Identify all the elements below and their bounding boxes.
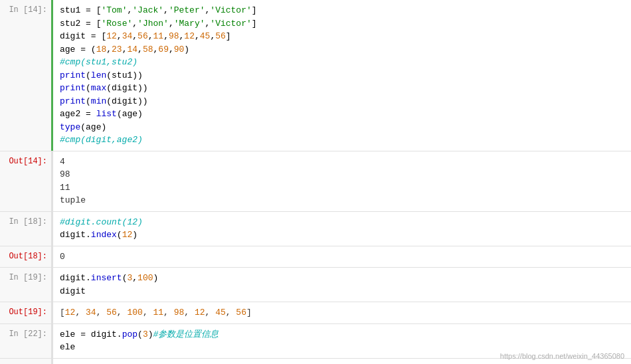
- cell-14-line-1: stu2 = ['Rose','Jhon','Mary','Victor']: [60, 17, 624, 31]
- cell-18-out-label: Out[18]:: [0, 246, 53, 268]
- cell-18-out: Out[18]:0: [0, 246, 631, 268]
- cell-14-line-7: print(min(digit)): [60, 95, 624, 108]
- cell-18-line-0: #digit.count(12): [60, 216, 624, 229]
- cell-14-line-9: type(age): [60, 121, 624, 134]
- cell-18[interactable]: In [18]:#digit.count(12)digit.index(12): [0, 212, 631, 246]
- cell-19-out-line-0: [12, 34, 56, 100, 11, 98, 12, 45, 56]: [60, 306, 624, 319]
- cell-14-out-line-3: tuple: [60, 194, 624, 207]
- watermark: https://blog.csdn.net/weixin_44365080: [500, 352, 624, 360]
- cell-19[interactable]: In [19]:digit.insert(3,100)digit: [0, 268, 631, 302]
- cell-14-line-2: digit = [12,34,56,11,98,12,45,56]: [60, 30, 624, 43]
- cell-22-label: In [22]:: [0, 324, 53, 358]
- cell-14-out-line-1: 98: [60, 168, 624, 181]
- cell-19-out-label: Out[19]:: [0, 302, 53, 323]
- cell-22-out-label: Out[22]:: [0, 359, 53, 365]
- cell-14-out-line-2: 11: [60, 181, 624, 195]
- cell-14-line-0: stu1 = ['Tom','Jack','Peter','Victor']: [60, 4, 624, 17]
- cell-19-content[interactable]: digit.insert(3,100)digit: [53, 268, 631, 302]
- cell-19-out-content: [12, 34, 56, 100, 11, 98, 12, 45, 56]: [53, 302, 631, 323]
- cell-19-out: Out[19]:[12, 34, 56, 100, 11, 98, 12, 45…: [0, 302, 631, 324]
- cell-14-line-5: print(len(stu1)): [60, 69, 624, 82]
- cell-14-out-content: 49811tuple: [53, 151, 631, 211]
- notebook: In [14]:stu1 = ['Tom','Jack','Peter','Vi…: [0, 0, 631, 364]
- cell-14-line-10: #cmp(digit,age2): [60, 134, 624, 147]
- cell-18-out-line-0: 0: [60, 250, 624, 264]
- cell-18-out-content: 0: [53, 246, 631, 268]
- cell-18-content[interactable]: #digit.count(12)digit.index(12): [53, 212, 631, 246]
- cell-14-out-line-0: 4: [60, 155, 624, 169]
- cell-22-line-0: ele = digit.pop(3)#参数是位置信息: [60, 328, 624, 341]
- cell-14-line-8: age2 = list(age): [60, 108, 624, 121]
- cell-19-line-1: digit: [60, 285, 624, 298]
- cell-14-label: In [14]:: [0, 0, 53, 151]
- cell-14-out-label: Out[14]:: [0, 151, 53, 211]
- cell-18-label: In [18]:: [0, 212, 53, 246]
- cell-14-out: Out[14]:49811tuple: [0, 151, 631, 212]
- cell-19-label: In [19]:: [0, 268, 53, 302]
- cell-14-line-3: age = (18,23,14,58,69,90): [60, 43, 624, 56]
- cell-14[interactable]: In [14]:stu1 = ['Tom','Jack','Peter','Vi…: [0, 0, 631, 151]
- cell-18-line-1: digit.index(12): [60, 228, 624, 242]
- cell-14-line-6: print(max(digit)): [60, 82, 624, 95]
- cell-14-line-4: #cmp(stu1,stu2): [60, 56, 624, 69]
- cell-19-line-0: digit.insert(3,100): [60, 272, 624, 285]
- cell-14-content[interactable]: stu1 = ['Tom','Jack','Peter','Victor']st…: [53, 0, 631, 151]
